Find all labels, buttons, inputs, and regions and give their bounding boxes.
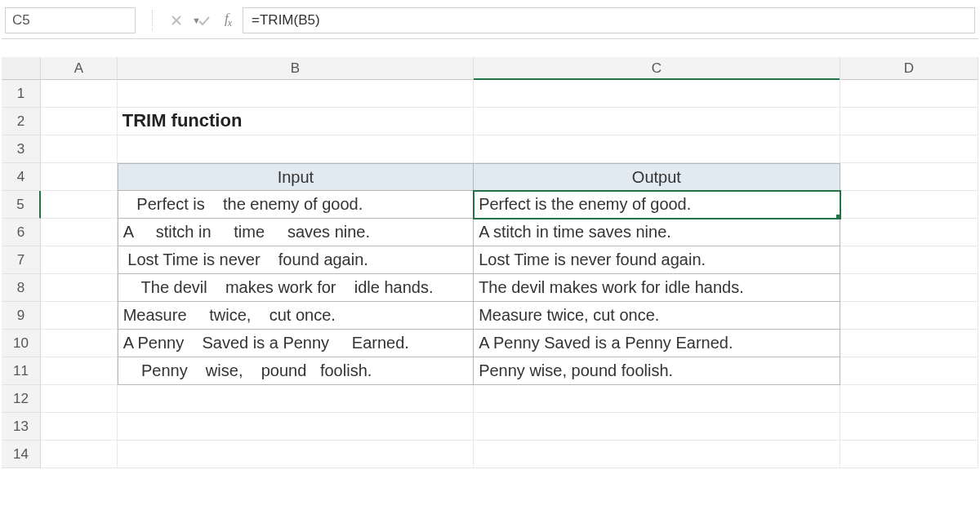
row-header[interactable]: 9 bbox=[2, 302, 41, 330]
column-header[interactable]: B bbox=[118, 57, 474, 80]
cell[interactable] bbox=[840, 302, 978, 330]
table-cell-output[interactable]: A stitch in time saves nine. bbox=[474, 219, 840, 246]
row-header[interactable]: 6 bbox=[2, 219, 41, 246]
row-header[interactable]: 1 bbox=[2, 80, 41, 108]
cell-text: A Penny Saved is a Penny Earned. bbox=[123, 330, 409, 356]
cell[interactable] bbox=[840, 135, 978, 163]
cell[interactable] bbox=[118, 80, 474, 108]
cell[interactable] bbox=[840, 246, 978, 274]
row-header[interactable]: 8 bbox=[2, 274, 41, 302]
table-cell-output[interactable]: A Penny Saved is a Penny Earned. bbox=[474, 330, 840, 357]
row-header[interactable]: 14 bbox=[2, 441, 41, 468]
title-text: TRIM function bbox=[122, 110, 243, 131]
cell-text: A stitch in time saves nine. bbox=[123, 219, 370, 245]
row-header-column: 1 2 3 4 5 6 7 8 9 10 11 12 13 14 bbox=[2, 57, 41, 468]
table-cell-output[interactable]: Perfect is the enemy of good. bbox=[474, 191, 840, 219]
table-cell-input[interactable]: A stitch in time saves nine. bbox=[118, 219, 474, 246]
cell[interactable] bbox=[118, 385, 474, 413]
cell[interactable] bbox=[840, 357, 978, 385]
row-header[interactable]: 4 bbox=[2, 163, 41, 191]
cell-title[interactable]: TRIM function bbox=[118, 108, 474, 135]
cell[interactable] bbox=[840, 385, 978, 413]
cell[interactable] bbox=[474, 80, 840, 108]
table-cell-output[interactable]: Lost Time is never found again. bbox=[474, 246, 840, 274]
cell[interactable] bbox=[474, 108, 840, 135]
cell[interactable] bbox=[41, 108, 118, 135]
column-header-row: A B C D bbox=[41, 57, 978, 80]
cell[interactable] bbox=[840, 163, 978, 191]
table-cell-output[interactable]: Measure twice, cut once. bbox=[474, 302, 840, 330]
formula-bar: ▼ fx bbox=[2, 2, 978, 39]
row-header[interactable]: 3 bbox=[2, 135, 41, 163]
row-header[interactable]: 12 bbox=[2, 385, 41, 413]
cell[interactable] bbox=[41, 413, 118, 441]
table-cell-input[interactable]: Measure twice, cut once. bbox=[118, 302, 474, 330]
cell[interactable] bbox=[118, 441, 474, 468]
cell[interactable] bbox=[474, 441, 840, 468]
cell[interactable] bbox=[41, 246, 118, 274]
table-cell-input[interactable]: Lost Time is never found again. bbox=[118, 246, 474, 274]
table-cell-output[interactable]: The devil makes work for idle hands. bbox=[474, 274, 840, 302]
cell[interactable] bbox=[41, 135, 118, 163]
column-header[interactable]: A bbox=[41, 57, 118, 80]
table-header-input[interactable]: Input bbox=[118, 163, 474, 191]
cell[interactable] bbox=[840, 274, 978, 302]
cell[interactable] bbox=[840, 219, 978, 246]
row-header[interactable]: 10 bbox=[2, 330, 41, 357]
cell-text: Perfect is the enemy of good. bbox=[123, 191, 363, 217]
cell-text: The devil makes work for idle hands. bbox=[123, 274, 434, 300]
cell[interactable] bbox=[41, 357, 118, 385]
cell-text: Penny wise, pound foolish. bbox=[123, 357, 372, 383]
cell[interactable] bbox=[840, 330, 978, 357]
name-box[interactable]: ▼ bbox=[5, 7, 136, 33]
table-cell-input[interactable]: The devil makes work for idle hands. bbox=[118, 274, 474, 302]
row-header[interactable]: 11 bbox=[2, 357, 41, 385]
insert-function-icon[interactable]: fx bbox=[225, 11, 231, 29]
cell[interactable] bbox=[474, 135, 840, 163]
cell[interactable] bbox=[41, 441, 118, 468]
cell[interactable] bbox=[41, 330, 118, 357]
cell[interactable] bbox=[41, 302, 118, 330]
cell[interactable] bbox=[840, 191, 978, 219]
cell[interactable] bbox=[41, 80, 118, 108]
table-cell-input[interactable]: A Penny Saved is a Penny Earned. bbox=[118, 330, 474, 357]
formula-input[interactable] bbox=[243, 7, 975, 33]
cell[interactable] bbox=[840, 441, 978, 468]
cell[interactable] bbox=[41, 219, 118, 246]
cell[interactable] bbox=[840, 413, 978, 441]
row-header[interactable]: 5 bbox=[2, 191, 41, 219]
cell[interactable] bbox=[118, 413, 474, 441]
cancel-icon[interactable] bbox=[166, 8, 187, 33]
row-header[interactable]: 2 bbox=[2, 108, 41, 135]
cell[interactable] bbox=[41, 385, 118, 413]
cell[interactable] bbox=[474, 413, 840, 441]
cell[interactable] bbox=[41, 274, 118, 302]
cell[interactable] bbox=[41, 191, 118, 219]
cell-text: Lost Time is never found again. bbox=[123, 246, 368, 273]
name-box-input[interactable] bbox=[6, 12, 192, 29]
table-cell-output[interactable]: Penny wise, pound foolish. bbox=[474, 357, 840, 385]
column-header[interactable]: C bbox=[474, 57, 840, 80]
divider bbox=[152, 10, 153, 31]
column-header[interactable]: D bbox=[840, 57, 978, 80]
cell-text: Measure twice, cut once. bbox=[123, 302, 336, 328]
cell[interactable] bbox=[840, 80, 978, 108]
table-cell-input[interactable]: Penny wise, pound foolish. bbox=[118, 357, 474, 385]
row-header[interactable]: 7 bbox=[2, 246, 41, 274]
table-header-output[interactable]: Output bbox=[474, 163, 840, 191]
select-all-corner[interactable] bbox=[2, 57, 41, 80]
cell[interactable] bbox=[840, 108, 978, 135]
cell[interactable] bbox=[41, 163, 118, 191]
cell[interactable] bbox=[118, 135, 474, 163]
spreadsheet-grid: 1 2 3 4 5 6 7 8 9 10 11 12 13 14 A B C D bbox=[2, 57, 978, 468]
table-cell-input[interactable]: Perfect is the enemy of good. bbox=[118, 191, 474, 219]
row-header[interactable]: 13 bbox=[2, 413, 41, 441]
enter-icon[interactable] bbox=[194, 8, 215, 33]
cell[interactable] bbox=[474, 385, 840, 413]
